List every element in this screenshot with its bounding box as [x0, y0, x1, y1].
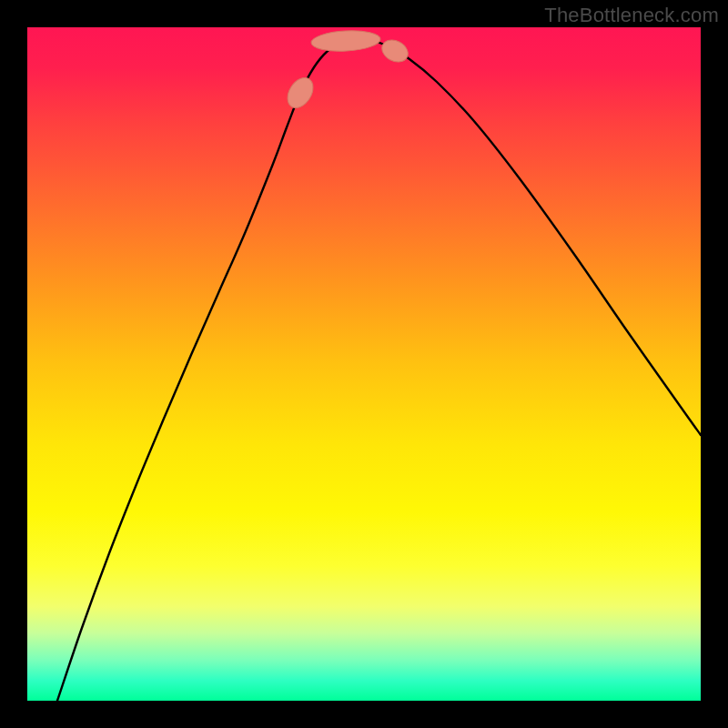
curve-marker: [282, 73, 318, 112]
curve-marker: [379, 35, 412, 66]
curve-layer: [27, 27, 701, 701]
watermark-text: TheBottleneck.com: [544, 4, 719, 27]
curve-markers: [282, 29, 411, 113]
curve-marker: [310, 29, 380, 53]
plot-area: [27, 27, 701, 701]
bottleneck-curve: [57, 39, 701, 701]
chart-frame: TheBottleneck.com: [0, 0, 728, 728]
